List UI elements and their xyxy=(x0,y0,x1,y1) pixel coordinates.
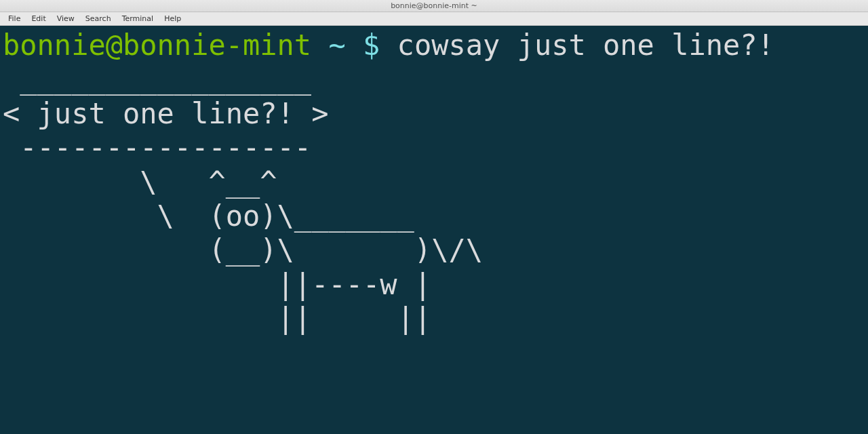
menu-file[interactable]: File xyxy=(3,13,26,24)
menu-edit[interactable]: Edit xyxy=(26,13,51,24)
window-titlebar: bonnie@bonnie-mint ~ xyxy=(0,0,868,12)
window-title: bonnie@bonnie-mint ~ xyxy=(391,1,477,10)
output-line: _________________ xyxy=(3,62,328,96)
prompt-user-host: bonnie@bonnie-mint xyxy=(3,28,311,62)
output-line: \ (oo)\_______ xyxy=(3,199,414,233)
prompt-symbol: $ xyxy=(363,28,397,62)
output-line: ||----w | xyxy=(3,268,431,301)
prompt-path: ~ xyxy=(311,28,363,62)
menu-search[interactable]: Search xyxy=(80,13,117,24)
output-line: ----------------- xyxy=(3,131,328,164)
output-line: || || xyxy=(3,302,431,335)
terminal-viewport[interactable]: bonnie@bonnie-mint ~ $ cowsay just one l… xyxy=(0,26,868,434)
output-line: (__)\ )\/\ xyxy=(3,233,483,267)
menu-terminal[interactable]: Terminal xyxy=(117,13,159,24)
output-line: < just one line?! > xyxy=(3,97,328,130)
menu-help[interactable]: Help xyxy=(159,13,186,24)
command-text: cowsay just one line?! xyxy=(397,28,774,62)
menubar: File Edit View Search Terminal Help xyxy=(0,12,868,26)
menu-view[interactable]: View xyxy=(52,13,80,24)
output-line: \ ^__^ xyxy=(3,165,277,199)
